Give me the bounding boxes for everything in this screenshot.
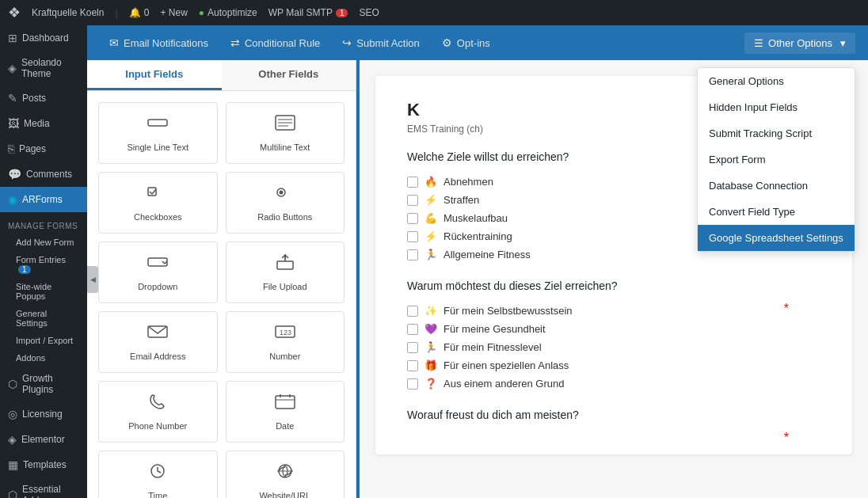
- field-time[interactable]: Time: [98, 450, 218, 498]
- sidebar-item-templates[interactable]: ▦ Templates: [0, 452, 87, 477]
- sidebar-item-growth-plugins[interactable]: ⬡ Growth Plugins: [0, 367, 87, 401]
- form-section-3-question: Worauf freust du dich am meisten?: [407, 409, 820, 421]
- checkbox[interactable]: [407, 249, 418, 260]
- phone-number-icon: [147, 393, 169, 415]
- sidebar-item-elementor[interactable]: ◈ Elementor: [0, 427, 87, 452]
- checkbox[interactable]: [407, 177, 418, 188]
- form-section-2-question: Warum möchtest du dieses Ziel erreichen?: [407, 279, 820, 292]
- admin-bar-site[interactable]: Kraftquelle Koeln: [32, 7, 104, 18]
- arforms-icon: ◉: [8, 193, 17, 206]
- field-label: Dropdown: [138, 282, 177, 291]
- sidebar: ⊞ Dashboard ◈ Seolando Theme ✎ Posts 🖼 M…: [0, 25, 87, 498]
- checkbox[interactable]: [407, 342, 418, 353]
- manage-forms-label: Manage Forms: [0, 212, 87, 234]
- dropdown-item-convert-field-type[interactable]: Convert Field Type: [698, 199, 855, 225]
- sidebar-item-seolando[interactable]: ◈ Seolando Theme: [0, 51, 87, 86]
- sidebar-sub-form-entries[interactable]: Form Entries 1: [0, 251, 87, 278]
- dropdown-item-submit-tracking-script[interactable]: Submit Tracking Script: [698, 120, 855, 146]
- field-number[interactable]: 123 Number: [226, 311, 345, 373]
- field-multiline-text[interactable]: Multiline Text: [226, 102, 345, 164]
- field-file-upload[interactable]: File Upload: [226, 241, 345, 303]
- sidebar-item-essential-addons[interactable]: ⬡ Essential Addons: [0, 477, 87, 498]
- field-radio-buttons[interactable]: Radio Buttons: [226, 172, 345, 234]
- comments-icon: 💬: [8, 168, 21, 181]
- field-phone-number[interactable]: Phone Number: [98, 381, 218, 443]
- sidebar-item-label: ARForms: [22, 194, 63, 205]
- sidebar-item-comments[interactable]: 💬 Comments: [0, 162, 87, 187]
- tab-submit-action[interactable]: ↪ Submit Action: [333, 32, 429, 54]
- wp-logo[interactable]: ❖: [8, 4, 21, 21]
- dropdown-item-general-options[interactable]: General Options: [698, 68, 855, 94]
- sidebar-item-label: Pages: [19, 143, 46, 154]
- field-label: Single Line Text: [128, 143, 188, 152]
- field-single-line-text[interactable]: Single Line Text: [98, 102, 218, 164]
- email-icon: ✉: [109, 36, 119, 49]
- svg-rect-14: [276, 396, 295, 409]
- sidebar-item-label: Licensing: [22, 409, 63, 420]
- admin-bar-autoptimize[interactable]: ● Autoptimize: [199, 7, 257, 18]
- field-label: Website/URL: [259, 491, 310, 498]
- sidebar-item-label: Comments: [26, 169, 72, 180]
- dropdown-item-google-spreadsheet-settings[interactable]: Google Spreadsheet Settings: [698, 225, 855, 251]
- checkbox[interactable]: [407, 231, 418, 242]
- field-label: Date: [276, 421, 294, 431]
- dashboard-icon: ⊞: [8, 32, 17, 44]
- checkbox[interactable]: [407, 195, 418, 206]
- dropdown-item-export-form[interactable]: Export Form: [698, 146, 855, 173]
- sidebar-item-label: Dashboard: [22, 32, 69, 44]
- sidebar-item-label: Elementor: [21, 434, 65, 445]
- field-checkboxes[interactable]: Checkboxes: [98, 172, 218, 234]
- tab-email-notifications[interactable]: ✉ Email Notifications: [100, 32, 218, 54]
- conditional-icon: ⇄: [230, 36, 240, 49]
- tab-input-fields[interactable]: Input Fields: [87, 60, 222, 90]
- optins-icon: ⚙: [442, 36, 452, 49]
- sidebar-sub-general-settings[interactable]: General Settings: [0, 305, 87, 332]
- radio-buttons-icon: [274, 184, 296, 206]
- fields-panel: Input Fields Other Fields Single Line Te…: [87, 60, 356, 498]
- sidebar-item-media[interactable]: 🖼 Media: [0, 111, 87, 136]
- website-url-icon: [274, 462, 296, 485]
- svg-rect-8: [148, 258, 167, 266]
- field-dropdown[interactable]: Dropdown: [98, 241, 218, 303]
- checkbox[interactable]: [407, 360, 418, 371]
- dropdown-item-hidden-input-fields[interactable]: Hidden Input Fields: [698, 94, 855, 120]
- admin-bar-notifications[interactable]: 🔔 0: [129, 7, 150, 18]
- sidebar-item-label: Growth Plugins: [22, 373, 79, 395]
- sidebar-item-arforms[interactable]: ◉ ARForms: [0, 187, 87, 212]
- admin-bar-new[interactable]: + New: [160, 7, 187, 18]
- admin-bar-smtp[interactable]: WP Mail SMTP 1: [268, 7, 348, 18]
- required-star-3: *: [784, 431, 789, 445]
- checkbox[interactable]: [407, 324, 418, 335]
- tab-other-fields[interactable]: Other Fields: [222, 60, 356, 90]
- admin-bar-seo[interactable]: SEO: [359, 7, 379, 18]
- field-label: Multiline Text: [260, 143, 310, 152]
- checkbox[interactable]: [407, 378, 418, 390]
- list-item: 🏃Für mein Fitnesslevel: [407, 338, 820, 356]
- field-date[interactable]: Date: [226, 381, 345, 443]
- sidebar-sub-sitewide-popups[interactable]: Site-wide Popups: [0, 278, 87, 305]
- tab-conditional-rule[interactable]: ⇄ Conditional Rule: [221, 32, 329, 54]
- sidebar-sub-add-new-form[interactable]: Add New Form: [0, 234, 87, 251]
- sidebar-sub-addons[interactable]: Addons: [0, 349, 87, 367]
- tab-other-options[interactable]: ☰ Other Options ▾ General Options Hidden…: [744, 32, 855, 54]
- collapse-handle[interactable]: ◀: [87, 266, 98, 293]
- sidebar-item-dashboard[interactable]: ⊞ Dashboard: [0, 25, 87, 51]
- checkbox[interactable]: [407, 306, 418, 317]
- field-label: Checkboxes: [134, 212, 182, 222]
- single-line-text-icon: [147, 114, 169, 136]
- form-section-3: Worauf freust du dich am meisten? *: [407, 409, 820, 421]
- collapse-icon: ◀: [90, 276, 96, 283]
- dropdown-item-database-connection[interactable]: Database Connection: [698, 173, 855, 199]
- media-icon: 🖼: [8, 117, 19, 130]
- field-website-url[interactable]: Website/URL: [226, 450, 345, 498]
- sidebar-sub-import-export[interactable]: Import / Export: [0, 332, 87, 349]
- sidebar-item-pages[interactable]: ⎘ Pages: [0, 136, 87, 162]
- svg-rect-0: [148, 120, 167, 126]
- field-email-address[interactable]: Email Address: [98, 311, 218, 373]
- sidebar-item-posts[interactable]: ✎ Posts: [0, 86, 87, 111]
- checkbox[interactable]: [407, 213, 418, 224]
- tab-opt-ins[interactable]: ⚙ Opt-ins: [432, 32, 500, 54]
- sidebar-item-licensing[interactable]: ◎ Licensing: [0, 401, 87, 427]
- field-label: Phone Number: [128, 421, 187, 431]
- pages-icon: ⎘: [8, 143, 14, 155]
